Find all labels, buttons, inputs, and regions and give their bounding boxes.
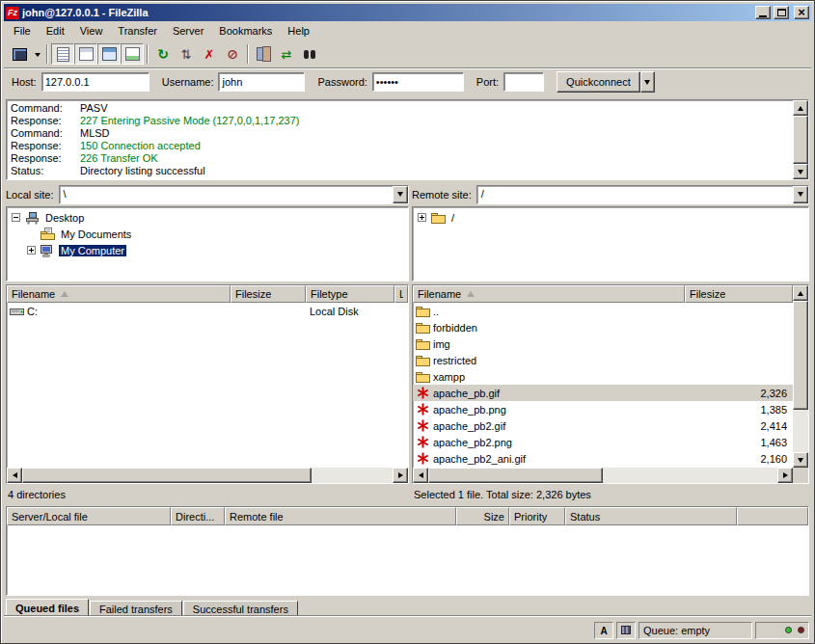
toggle-message-log-button[interactable]	[51, 43, 74, 65]
tab-successful-transfers[interactable]: Successful transfers	[183, 601, 298, 617]
directory-comparison-button[interactable]	[252, 43, 275, 65]
scrollbar-track[interactable]	[428, 468, 777, 483]
port-input[interactable]	[503, 72, 544, 92]
queue-column-status[interactable]: Status	[565, 507, 737, 525]
refresh-button[interactable]	[151, 43, 175, 65]
menu-item-view[interactable]: View	[72, 21, 111, 40]
file-row[interactable]: restricted	[413, 352, 793, 368]
scrollbar-thumb[interactable]	[793, 116, 808, 164]
local-site-combo[interactable]: \	[59, 185, 409, 204]
file-row[interactable]: forbidden	[413, 319, 793, 335]
column-header-filesize[interactable]: Filesize	[685, 285, 793, 303]
toggle-transfer-queue-button[interactable]	[121, 43, 144, 65]
site-manager-dropdown-button[interactable]	[31, 43, 43, 65]
queue-column-directi[interactable]: Directi...	[171, 507, 225, 525]
expand-icon[interactable]	[27, 246, 36, 255]
column-header-filesize[interactable]: Filesize	[231, 285, 306, 303]
queue-column-server-local-file[interactable]: Server/Local file	[7, 507, 171, 525]
minimize-button[interactable]	[755, 6, 771, 19]
scrollbar-track[interactable]	[793, 301, 808, 452]
menu-item-server[interactable]: Server	[165, 21, 211, 40]
toggle-local-tree-button[interactable]	[74, 43, 97, 65]
scroll-down-button[interactable]	[793, 452, 808, 468]
site-manager-button[interactable]	[8, 43, 31, 65]
scroll-left-button[interactable]	[7, 468, 22, 483]
file-row[interactable]: apache_pb.png1,385	[413, 401, 793, 417]
remote-tree[interactable]: /	[412, 206, 809, 282]
message-log-lines[interactable]: Command:PASVResponse:227 Entering Passiv…	[7, 100, 793, 179]
disconnect-button[interactable]	[221, 43, 244, 65]
collapse-icon[interactable]	[12, 213, 20, 222]
process-queue-button[interactable]	[175, 43, 198, 65]
documents-icon	[40, 228, 55, 241]
remote-site-combo[interactable]: /	[476, 185, 809, 204]
binoculars-icon	[302, 46, 317, 62]
menu-item-help[interactable]: Help	[280, 21, 317, 40]
maximize-button[interactable]	[774, 6, 789, 19]
tree-item[interactable]: Desktop	[8, 209, 407, 226]
quickconnect-dropdown-button[interactable]	[640, 71, 655, 93]
find-files-button[interactable]	[298, 43, 321, 65]
scroll-right-button[interactable]	[393, 468, 408, 483]
close-button[interactable]	[794, 6, 809, 19]
queue-body[interactable]	[7, 525, 808, 595]
column-header-filetype[interactable]: Filetype	[306, 285, 394, 303]
local-horizontal-scrollbar[interactable]	[7, 468, 408, 483]
scrollbar-thumb[interactable]	[793, 301, 808, 410]
remote-horizontal-scrollbar[interactable]	[413, 468, 793, 483]
menu-item-edit[interactable]: Edit	[39, 21, 72, 40]
log-line: Command:MLSD	[11, 127, 789, 140]
tree-item[interactable]: /	[414, 209, 807, 226]
host-input[interactable]	[41, 72, 149, 92]
file-row[interactable]: img	[413, 335, 793, 352]
menu-item-bookmarks[interactable]: Bookmarks	[211, 21, 280, 40]
file-row[interactable]: xampp	[413, 368, 793, 385]
tree-item[interactable]: My Documents	[8, 226, 407, 242]
column-header-filename[interactable]: Filename	[7, 285, 231, 303]
toggle-remote-tree-button[interactable]	[97, 43, 121, 65]
remote-site-row: Remote site: /	[412, 184, 809, 204]
scroll-up-button[interactable]	[793, 100, 808, 116]
scrollbar-thumb[interactable]	[428, 468, 603, 483]
quickconnect-button[interactable]: Quickconnect	[557, 71, 640, 93]
scrollbar-thumb[interactable]	[22, 468, 312, 483]
statusbar: Queue: empty	[4, 617, 811, 640]
file-row[interactable]: apache_pb2_ani.gif2,160	[413, 450, 793, 467]
remote-vertical-scrollbar[interactable]	[793, 285, 808, 468]
log-label: Status:	[11, 165, 80, 177]
expand-icon[interactable]	[418, 213, 426, 222]
file-row[interactable]: C:Local Disk	[7, 303, 408, 319]
scroll-down-button[interactable]	[793, 164, 808, 179]
scroll-right-button[interactable]	[777, 468, 793, 483]
remote-site-dropdown-button[interactable]	[793, 186, 808, 203]
scroll-left-button[interactable]	[413, 468, 428, 483]
synchronized-browsing-button[interactable]	[275, 43, 298, 65]
local-site-row: Local site: \	[6, 184, 409, 204]
local-site-dropdown-button[interactable]	[393, 186, 408, 203]
queue-column-size[interactable]: Size	[456, 507, 509, 525]
menu-item-transfer[interactable]: Transfer	[110, 21, 165, 40]
scrollbar-track[interactable]	[793, 116, 808, 164]
scroll-up-button[interactable]	[793, 285, 808, 301]
tab-failed-transfers[interactable]: Failed transfers	[90, 601, 182, 617]
message-log: Command:PASVResponse:227 Entering Passiv…	[6, 99, 809, 180]
tab-queued-files[interactable]: Queued files	[6, 599, 89, 617]
queue-column-remote-file[interactable]: Remote file	[225, 507, 456, 525]
username-input[interactable]	[218, 72, 305, 92]
file-row[interactable]: apache_pb.gif2,326	[413, 385, 793, 401]
log-scrollbar[interactable]	[793, 100, 808, 179]
menu-item-file[interactable]: File	[6, 21, 39, 40]
file-row[interactable]: apache_pb2.png1,463	[413, 434, 793, 450]
file-row[interactable]: apache_pb2.gif2,414	[413, 417, 793, 434]
local-list-body[interactable]: C:Local Disk	[7, 303, 408, 468]
queue-column-priority[interactable]: Priority	[509, 507, 565, 525]
cancel-button[interactable]	[198, 43, 221, 65]
scrollbar-track[interactable]	[22, 468, 393, 483]
local-tree[interactable]: DesktopMy DocumentsMy Computer	[6, 206, 409, 282]
password-input[interactable]	[372, 72, 464, 92]
column-header-filename[interactable]: Filename	[413, 285, 685, 303]
column-header-l[interactable]: L	[394, 285, 408, 303]
remote-list-body[interactable]: ..forbiddenimgrestrictedxamppapache_pb.g…	[413, 303, 793, 468]
tree-item[interactable]: My Computer	[8, 242, 407, 258]
file-row[interactable]: ..	[413, 303, 793, 319]
